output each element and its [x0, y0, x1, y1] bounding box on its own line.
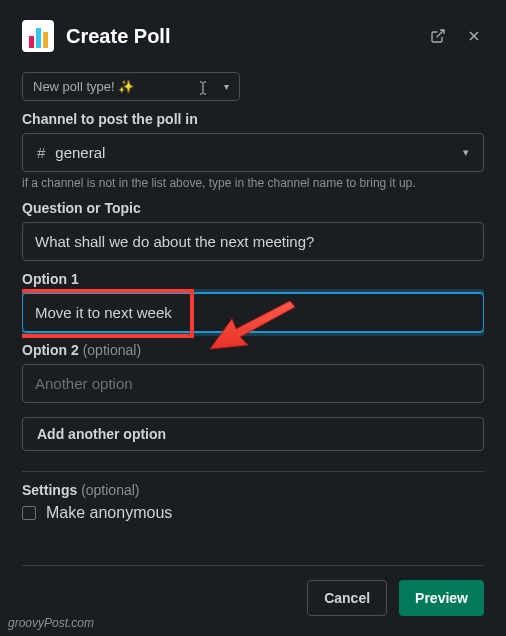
watermark: groovyPost.com	[8, 616, 94, 630]
option2-label: Option 2 (optional)	[22, 342, 484, 358]
preview-button[interactable]: Preview	[399, 580, 484, 616]
modal-body: New poll type! ✨ ▾ Channel to post the p…	[22, 72, 484, 555]
option1-label: Option 1	[22, 271, 484, 287]
modal-footer: Cancel Preview	[22, 565, 484, 616]
channel-label: Channel to post the poll in	[22, 111, 484, 127]
question-input[interactable]	[22, 222, 484, 261]
header-actions	[428, 26, 484, 46]
cancel-button[interactable]: Cancel	[307, 580, 387, 616]
channel-hint: if a channel is not in the list above, t…	[22, 176, 484, 190]
hash-icon: #	[37, 144, 45, 161]
poll-type-label: New poll type! ✨	[33, 79, 134, 94]
chevron-down-icon: ▾	[463, 146, 469, 159]
external-link-icon[interactable]	[428, 26, 448, 46]
close-icon[interactable]	[464, 26, 484, 46]
app-icon	[22, 20, 54, 52]
svg-line-0	[437, 30, 444, 37]
add-option-button[interactable]: Add another option	[22, 417, 484, 451]
divider	[22, 471, 484, 472]
option1-wrap	[22, 293, 484, 332]
modal-header: Create Poll	[22, 20, 484, 52]
text-cursor-icon	[198, 81, 208, 95]
channel-select[interactable]: # general ▾	[22, 133, 484, 172]
channel-value: general	[55, 144, 463, 161]
anonymous-checkbox[interactable]	[22, 506, 36, 520]
settings-label: Settings (optional)	[22, 482, 484, 498]
poll-type-dropdown[interactable]: New poll type! ✨ ▾	[22, 72, 240, 101]
chevron-down-icon: ▾	[224, 81, 229, 92]
anonymous-row[interactable]: Make anonymous	[22, 504, 484, 522]
option2-input[interactable]	[22, 364, 484, 403]
option1-input[interactable]	[22, 293, 484, 332]
modal-title: Create Poll	[66, 25, 416, 48]
create-poll-modal: Create Poll New poll type! ✨ ▾ Channel t…	[0, 0, 506, 636]
question-label: Question or Topic	[22, 200, 484, 216]
anonymous-label: Make anonymous	[46, 504, 172, 522]
